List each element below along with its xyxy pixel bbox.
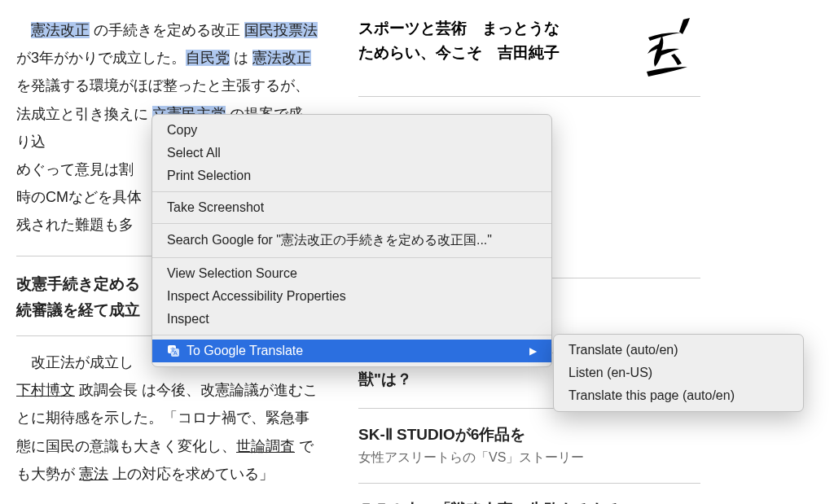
link-ldp[interactable]: 自民党 — [186, 50, 230, 66]
divider — [358, 483, 700, 484]
menu-print-selection[interactable]: Print Selection — [152, 164, 551, 187]
sidebar-item[interactable]: ５５０人の「戦略人事の失敗あるある」 成功のカギを握るシステムとは？ — [358, 498, 700, 504]
chevron-right-icon: ▶ — [529, 345, 537, 357]
link-referendum-law[interactable]: 国民投票法 — [244, 22, 318, 38]
menu-separator — [152, 257, 551, 258]
divider — [358, 96, 700, 97]
menu-view-selection-source[interactable]: View Selection Source — [152, 262, 551, 285]
context-menu: Copy Select All Print Selection Take Scr… — [151, 114, 552, 367]
translate-icon: 文A — [167, 344, 180, 357]
menu-take-screenshot[interactable]: Take Screenshot — [152, 196, 551, 219]
translate-submenu: Translate (auto/en) Listen (en-US) Trans… — [553, 334, 804, 412]
menu-separator — [152, 191, 551, 192]
svg-text:A: A — [173, 350, 178, 356]
link-constitution-revision[interactable]: 憲法改正 — [31, 22, 90, 38]
menu-separator — [152, 335, 551, 335]
article-paragraph-2[interactable]: 改正法が成立し 下村博文 政調会長 は今後、改憲論議が進むことに期待感を示した。… — [16, 348, 318, 488]
submenu-translate-auto[interactable]: Translate (auto/en) — [554, 339, 803, 362]
submenu-listen[interactable]: Listen (en-US) — [554, 362, 803, 384]
link-constitution[interactable]: 憲法 — [79, 466, 108, 482]
calligraphy-image — [635, 16, 700, 81]
menu-inspect-accessibility[interactable]: Inspect Accessibility Properties — [152, 285, 551, 308]
link-constitution-revision-2[interactable]: 憲法改正 — [252, 50, 311, 66]
sidebar-top-item[interactable]: スポーツと芸術 まっとうな ためらい、今こそ 吉田純子 — [358, 16, 700, 81]
submenu-translate-page[interactable]: Translate this page (auto/en) — [554, 384, 803, 407]
menu-separator — [152, 223, 551, 224]
link-poll[interactable]: 世論調査 — [236, 438, 295, 454]
menu-select-all[interactable]: Select All — [152, 142, 551, 164]
menu-to-google-translate[interactable]: 文A To Google Translate ▶ — [152, 340, 551, 362]
menu-inspect[interactable]: Inspect — [152, 308, 551, 331]
sidebar-item[interactable]: SK-Ⅱ STUDIOが6作品を 女性アスリートらの「VS」ストーリー — [358, 423, 700, 467]
menu-copy[interactable]: Copy — [152, 119, 551, 142]
menu-search-google[interactable]: Search Google for "憲法改正の手続きを定める改正国..." — [152, 228, 551, 253]
link-shimomura[interactable]: 下村博文 — [16, 382, 75, 398]
